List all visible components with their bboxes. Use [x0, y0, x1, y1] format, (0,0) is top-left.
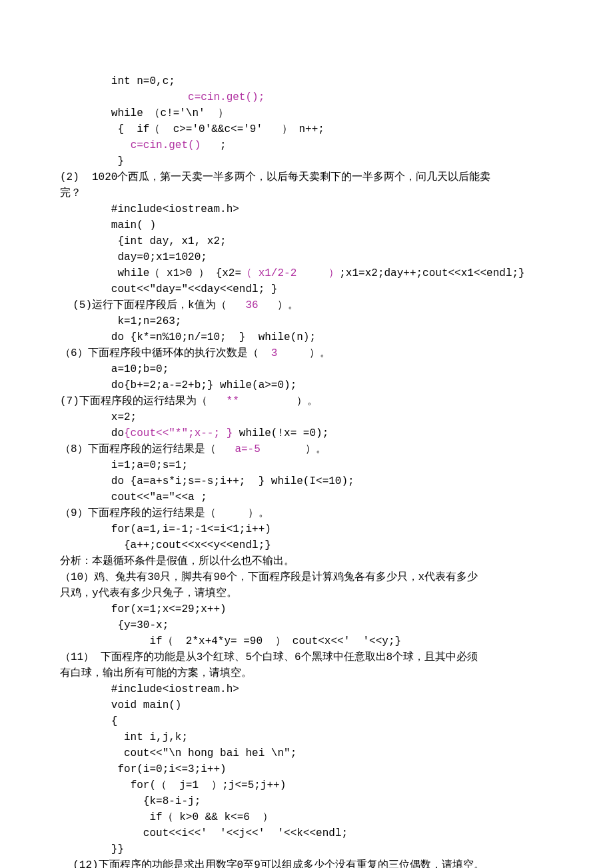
- text-segment: do {a=a+s*i;s=-s;i++; } while(I<=10);: [111, 475, 354, 487]
- code-line: (5)运行下面程序段后，k值为（ 36 ）。: [60, 297, 553, 313]
- text-segment: int i,j,k;: [124, 731, 188, 743]
- text-segment: void main(): [111, 699, 182, 711]
- code-line: for(a=1,i=-1;-1<=i<1;i++): [60, 521, 553, 537]
- text-segment: 完？: [60, 187, 81, 199]
- code-line: while（ x1>0 ） {x2=（ x1/2-2 ）;x1=x2;day++…: [60, 265, 553, 281]
- code-line: c=cin.get() ;: [60, 137, 553, 153]
- answer-text: **: [227, 395, 239, 407]
- text-segment: (12)下面程序的功能是求出用数字0至9可以组成多少个没有重复的三位偶数，请填空…: [73, 859, 484, 868]
- text-segment: ）。: [261, 443, 326, 455]
- answer-text: c=cin.get();: [188, 91, 265, 103]
- code-line: if（ 2*x+4*y= =90 ） cout<x<<' '<<y;}: [60, 633, 553, 649]
- text-segment: do {k*=n%10;n/=10; } while(n);: [111, 331, 316, 343]
- text-segment: (2) 1020个西瓜，第一天卖一半多两个，以后每天卖剩下的一半多两个，问几天以…: [60, 171, 490, 183]
- code-line: 完？: [60, 185, 553, 201]
- code-line: 有白球，输出所有可能的方案，请填空。: [60, 665, 553, 681]
- code-line: （9）下面程序段的运行结果是（ ）。: [60, 505, 553, 521]
- code-line: void main(): [60, 697, 553, 713]
- text-segment: #include<iostream.h>: [111, 203, 239, 215]
- text-segment: for(a=1,i=-1;-1<=i<1;i++): [111, 523, 271, 535]
- text-segment: a=10;b=0;: [111, 363, 169, 375]
- code-line: do{cout<<"*";x--; } while(!x= =0);: [60, 425, 553, 441]
- text-segment: ;x1=x2;day++;cout<<x1<<endl;}: [339, 267, 524, 279]
- code-line: k=1;n=263;: [60, 313, 553, 329]
- text-segment: int n=0,c;: [111, 75, 175, 87]
- code-line: #include<iostream.h>: [60, 681, 553, 697]
- text-segment: }}: [111, 843, 124, 855]
- text-segment: { if（ c>='0'&&c<='9' ） n++;: [117, 123, 324, 135]
- text-segment: ）。: [259, 299, 299, 311]
- text-segment: ）。: [277, 347, 330, 359]
- answer-text: 36: [245, 299, 258, 311]
- code-line: for(（ j=1 ）;j<=5;j++): [60, 777, 553, 793]
- code-line: while （c!='\n' ）: [60, 105, 553, 121]
- text-segment: （6）下面程序段中循环体的执行次数是（: [60, 347, 271, 359]
- text-segment: 分析：本题循环条件是假值，所以什么也不输出。: [60, 555, 295, 567]
- code-line: (12)下面程序的功能是求出用数字0至9可以组成多少个没有重复的三位偶数，请填空…: [60, 857, 553, 868]
- code-line: do {a=a+s*i;s=-s;i++; } while(I<=10);: [60, 473, 553, 489]
- code-line: （8）下面程序段的运行结果是（ a=-5 ）。: [60, 441, 553, 457]
- code-line: （11） 下面程序的功能是从3个红球、5个白球、6个黑球中任意取出8个球，且其中…: [60, 649, 553, 665]
- text-segment: cout<<"day="<<day<<endl; }: [111, 283, 278, 295]
- text-segment: （10）鸡、兔共有30只，脚共有90个，下面程序段是计算鸡兔各有多少只，x代表有…: [60, 571, 478, 583]
- code-line: int n=0,c;: [60, 73, 553, 89]
- code-line: day=0;x1=1020;: [60, 249, 553, 265]
- code-line: cout<<i<<' '<<j<<' '<<k<<endl;: [60, 825, 553, 841]
- text-segment: {a++;cout<<x<<y<<endl;}: [124, 539, 271, 551]
- code-line: (7)下面程序段的运行结果为（ ** ）。: [60, 393, 553, 409]
- text-segment: }: [117, 155, 124, 167]
- text-segment: main( ): [111, 219, 156, 231]
- text-segment: k=1;n=263;: [117, 315, 181, 327]
- code-line: for(i=0;i<=3;i++): [60, 761, 553, 777]
- code-line: 只鸡，y代表有多少只兔子，请填空。: [60, 585, 553, 601]
- text-segment: cout<<"a="<<a ;: [111, 491, 207, 503]
- text-segment: if（ k>0 && k<=6 ）: [149, 811, 273, 823]
- answer-text: c=cin.get(): [131, 139, 220, 151]
- code-line: a=10;b=0;: [60, 361, 553, 377]
- text-segment: （11） 下面程序的功能是从3个红球、5个白球、6个黑球中任意取出8个球，且其中…: [60, 651, 478, 663]
- code-line: {int day, x1, x2;: [60, 233, 553, 249]
- text-segment: {y=30-x;: [111, 619, 169, 631]
- text-segment: i=1;a=0;s=1;: [111, 459, 188, 471]
- code-line: {a++;cout<<x<<y<<endl;}: [60, 537, 553, 553]
- code-line: x=2;: [60, 409, 553, 425]
- code-line: 分析：本题循环条件是假值，所以什么也不输出。: [60, 553, 553, 569]
- code-line: （6）下面程序段中循环体的执行次数是（ 3 ）。: [60, 345, 553, 361]
- code-line: if（ k>0 && k<=6 ）: [60, 809, 553, 825]
- code-line: {y=30-x;: [60, 617, 553, 633]
- code-line: {: [60, 713, 553, 729]
- code-line: int i,j,k;: [60, 729, 553, 745]
- text-segment: do: [111, 427, 124, 439]
- code-line: c=cin.get();: [60, 89, 553, 105]
- code-line: {k=8-i-j;: [60, 793, 553, 809]
- text-segment: ;: [220, 139, 227, 151]
- document-page: int n=0,c; c=cin.get(); while （c!='\n' ）…: [0, 0, 613, 868]
- code-line: (2) 1020个西瓜，第一天卖一半多两个，以后每天卖剩下的一半多两个，问几天以…: [60, 169, 553, 185]
- code-line: （10）鸡、兔共有30只，脚共有90个，下面程序段是计算鸡兔各有多少只，x代表有…: [60, 569, 553, 585]
- text-segment: 只鸡，y代表有多少只兔子，请填空。: [60, 587, 237, 599]
- text-segment: 有白球，输出所有可能的方案，请填空。: [60, 667, 252, 679]
- text-segment: (5)运行下面程序段后，k值为（: [73, 299, 245, 311]
- answer-text: 3: [271, 347, 278, 359]
- text-segment: （9）下面程序段的运行结果是（ ）。: [60, 507, 269, 519]
- answer-text: {cout<<"*";x--; }: [124, 427, 233, 439]
- code-line: do {k*=n%10;n/=10; } while(n);: [60, 329, 553, 345]
- code-line: cout<<"a="<<a ;: [60, 489, 553, 505]
- text-segment: while （c!='\n' ）: [111, 107, 229, 119]
- code-line: do{b+=2;a-=2+b;} while(a>=0);: [60, 377, 553, 393]
- text-segment: for(（ j=1 ）;j<=5;j++): [131, 779, 287, 791]
- text-segment: do{b+=2;a-=2+b;} while(a>=0);: [111, 379, 297, 391]
- text-segment: if（ 2*x+4*y= =90 ） cout<x<<' '<<y;}: [149, 635, 401, 647]
- answer-text: a=-5: [235, 443, 260, 455]
- code-line: i=1;a=0;s=1;: [60, 457, 553, 473]
- code-line: cout<<"day="<<day<<endl; }: [60, 281, 553, 297]
- text-segment: {int day, x1, x2;: [111, 235, 227, 247]
- text-segment: day=0;x1=1020;: [117, 251, 207, 263]
- text-segment: {k=8-i-j;: [143, 795, 201, 807]
- text-segment: cout<<i<<' '<<j<<' '<<k<<endl;: [143, 827, 348, 839]
- text-segment: for(x=1;x<=29;x++): [111, 603, 227, 615]
- text-segment: x=2;: [111, 411, 137, 423]
- text-segment: while(!x= =0);: [233, 427, 328, 439]
- code-line: }}: [60, 841, 553, 857]
- text-segment: for(i=0;i<=3;i++): [117, 763, 226, 775]
